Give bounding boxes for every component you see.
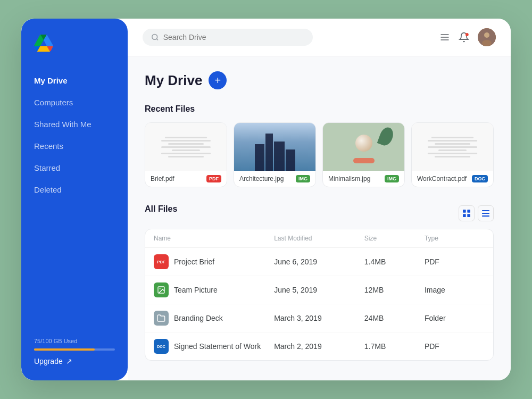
col-name: Name [154, 235, 274, 242]
all-files-header: All Files [145, 204, 494, 222]
files-table: Name Last Modified Size Type PDF Project… [145, 229, 494, 361]
sidebar-logo [21, 19, 128, 63]
svg-rect-15 [482, 215, 489, 217]
file-thumbnail-minimalism [323, 123, 404, 171]
folder-icon [157, 314, 165, 322]
table-row[interactable]: Team Picture June 5, 2019 12MB Image [145, 276, 493, 304]
file-name-2: Branding Deck [174, 314, 223, 322]
table-row[interactable]: Branding Deck March 3, 2019 24MB Folder [145, 304, 493, 332]
header-actions [439, 28, 496, 46]
file-modified-3: March 2, 2019 [274, 342, 364, 351]
sidebar-item-computers[interactable]: Computers [21, 92, 128, 113]
page-header: My Drive + [145, 71, 494, 89]
recent-file-card-2[interactable]: Minimalism.jpg IMG [322, 122, 405, 187]
all-files-section: All Files [145, 204, 494, 361]
sidebar-item-starred[interactable]: Starred [21, 157, 128, 179]
recent-file-card-0[interactable]: Brief.pdf PDF [145, 122, 227, 187]
file-name-cell-1: Team Picture [154, 282, 274, 297]
sidebar-nav: My Drive Computers Shared With Me Recent… [21, 63, 128, 327]
svg-line-1 [156, 39, 158, 40]
recent-files-grid: Brief.pdf PDF [145, 122, 494, 187]
page-title: My Drive [145, 72, 202, 89]
file-card-footer-1: Architecture.jpg IMG [234, 171, 315, 187]
file-thumbnail-brief [145, 123, 227, 171]
file-type-3: PDF [425, 342, 485, 351]
menu-icon [439, 32, 450, 43]
search-bar[interactable] [143, 29, 313, 46]
avatar-icon [478, 28, 496, 46]
grid-view-button[interactable] [459, 205, 475, 221]
storage-bar-background [34, 348, 115, 351]
recent-file-badge-0: PDF [206, 175, 221, 182]
file-name-cell-2: Branding Deck [154, 311, 274, 326]
bell-icon [459, 32, 469, 43]
table-row[interactable]: PDF Project Brief June 6, 2019 1.4MB PDF [145, 248, 493, 276]
all-files-title: All Files [145, 204, 177, 214]
sidebar-item-deleted[interactable]: Deleted [21, 179, 128, 201]
file-icon-0: PDF [154, 254, 169, 269]
storage-label: 75/100 GB Used [34, 338, 115, 344]
main-content: My Drive + Recent Files [128, 19, 511, 380]
drive-logo-icon [34, 34, 53, 53]
svg-rect-11 [463, 214, 466, 217]
svg-rect-9 [463, 210, 466, 213]
file-modified-1: June 5, 2019 [274, 286, 364, 294]
image-icon [157, 286, 165, 294]
menu-icon-button[interactable] [439, 32, 450, 43]
file-name-cell-0: PDF Project Brief [154, 254, 274, 269]
file-card-footer-3: WorkContract.pdf DOC [412, 171, 493, 187]
recent-file-card-3[interactable]: WorkContract.pdf DOC [411, 122, 494, 187]
svg-rect-14 [482, 213, 489, 214]
file-name-0: Project Brief [174, 257, 214, 266]
recent-file-name-1: Architecture.jpg [239, 175, 284, 182]
file-size-2: 24MB [364, 314, 425, 322]
sidebar: My Drive Computers Shared With Me Recent… [21, 19, 128, 380]
svg-point-8 [482, 40, 492, 46]
file-size-3: 1.7MB [364, 342, 425, 351]
arch-buildings [255, 134, 295, 171]
app-container: My Drive Computers Shared With Me Recent… [21, 19, 511, 380]
recent-files-section: Recent Files [145, 104, 494, 187]
sidebar-item-my-drive[interactable]: My Drive [21, 70, 128, 92]
user-avatar[interactable] [478, 28, 496, 46]
table-header: Name Last Modified Size Type [145, 229, 493, 248]
recent-file-badge-3: DOC [472, 175, 488, 182]
min-thumbnail [323, 123, 404, 171]
list-view-button[interactable] [478, 205, 494, 221]
col-type: Type [425, 235, 485, 242]
grid-icon [463, 210, 470, 217]
recent-files-title: Recent Files [145, 104, 494, 114]
svg-point-17 [160, 288, 161, 289]
sidebar-footer: 75/100 GB Used Upgrade ↗ [21, 327, 128, 380]
file-size-1: 12MB [364, 286, 425, 294]
recent-file-badge-1: IMG [296, 175, 310, 182]
table-row[interactable]: DOC Signed Statement of Work March 2, 20… [145, 332, 493, 360]
file-card-footer-0: Brief.pdf PDF [145, 171, 227, 187]
file-name-1: Team Picture [174, 286, 218, 294]
recent-file-badge-2: IMG [385, 175, 399, 182]
svg-rect-12 [467, 214, 470, 217]
recent-file-name-2: Minimalism.jpg [328, 175, 370, 182]
sidebar-item-shared[interactable]: Shared With Me [21, 113, 128, 135]
file-thumbnail-architecture [234, 123, 315, 171]
arch-thumbnail [234, 123, 315, 171]
svg-point-5 [466, 33, 469, 36]
storage-bar-fill [34, 348, 95, 351]
file-type-2: Folder [425, 314, 485, 322]
add-file-button[interactable]: + [209, 71, 227, 89]
recent-file-card-1[interactable]: Architecture.jpg IMG [234, 122, 316, 187]
view-toggle [459, 205, 494, 221]
sidebar-item-recents[interactable]: Recents [21, 135, 128, 157]
file-thumbnail-workcontract [412, 123, 493, 171]
col-size: Size [364, 235, 425, 242]
file-type-1: Image [425, 286, 485, 294]
search-input[interactable] [163, 33, 304, 41]
upgrade-button[interactable]: Upgrade ↗ [34, 357, 115, 365]
svg-rect-13 [482, 210, 489, 211]
file-icon-1 [154, 282, 169, 297]
recent-file-name-3: WorkContract.pdf [417, 175, 467, 182]
file-name-3: Signed Statement of Work [174, 342, 261, 351]
upgrade-arrow-icon: ↗ [66, 357, 72, 365]
col-modified: Last Modified [274, 235, 364, 242]
notification-bell-button[interactable] [459, 32, 469, 43]
